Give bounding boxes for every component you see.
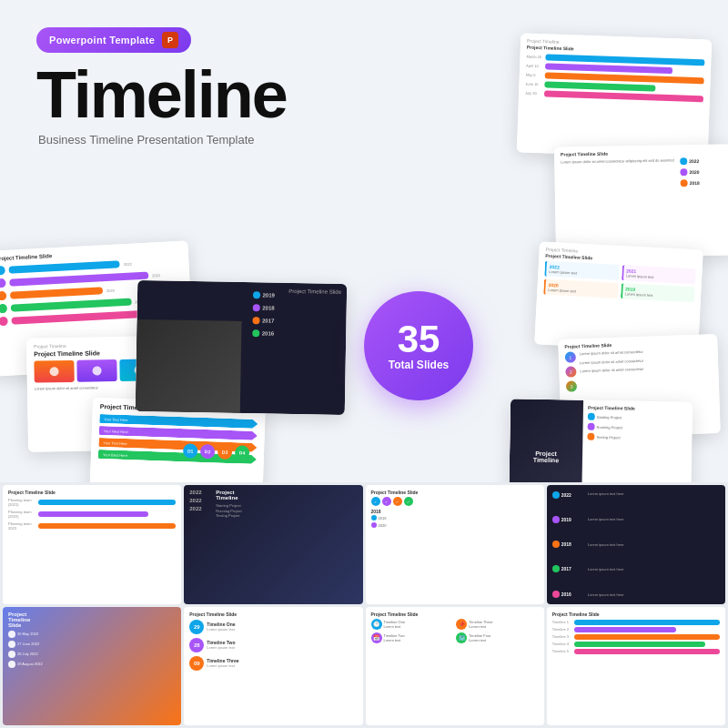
grid-slide-5[interactable]: ProjectTimelineSlide 26 May 2022 27 June…	[3, 607, 181, 726]
right-slide-2[interactable]: Project Timeline Slide Lorem ipsum dolor…	[554, 144, 728, 258]
slides-count-label: Total Slides	[389, 359, 449, 371]
header: Powerpoint Template P Timeline Business …	[0, 0, 728, 156]
grid-slide-4[interactable]: 2022 2019 2018 2017	[547, 485, 725, 604]
grid-slide-6[interactable]: Project Timeline Slide 29 Timeline One L…	[184, 607, 362, 726]
grid-slide-7[interactable]: Project Timeline Slide 🕐 Timeline OneLor…	[366, 607, 544, 726]
product-badge: Powerpoint Template P	[36, 27, 191, 53]
powerpoint-icon: P	[162, 32, 178, 48]
slides-count-number: 35	[398, 320, 440, 359]
badge-label: Powerpoint Template	[49, 35, 155, 46]
grid-slide-1[interactable]: Project Timeline Slide Planning team (20…	[3, 485, 181, 604]
grid-slide-8[interactable]: Project Timeline Slide Timeline 1 Timeli…	[547, 607, 725, 726]
page-title: Timeline	[36, 62, 692, 127]
hero-slide-4[interactable]: Project Timeline Slide 2019 2018 2017 2	[136, 280, 347, 415]
bottom-slides-grid: Project Timeline Slide Planning team (20…	[0, 482, 728, 728]
grid-slide-2[interactable]: 2022 2022 2022 ProjectTimeline Starting …	[184, 485, 362, 604]
page-subtitle: Business Timeline Presentation Template	[38, 133, 692, 147]
slides-count-badge: 35 Total Slides	[364, 291, 473, 400]
grid-slide-3[interactable]: Project Timeline Slide ✓ ✓ ✓ ✓ 2018 2019…	[366, 485, 544, 604]
